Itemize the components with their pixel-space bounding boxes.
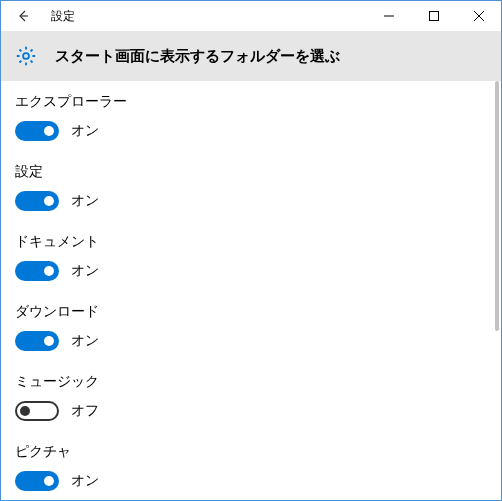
scrollbar-track[interactable] bbox=[485, 81, 501, 500]
toggle-settings[interactable] bbox=[15, 191, 59, 211]
maximize-button[interactable] bbox=[411, 1, 456, 31]
content-area: エクスプローラー オン 設定 オン ドキュメント オン bbox=[1, 81, 501, 500]
window-title: 設定 bbox=[51, 8, 75, 25]
setting-settings: 設定 オン bbox=[15, 163, 487, 211]
toggle-explorer[interactable] bbox=[15, 121, 59, 141]
minimize-icon bbox=[384, 11, 394, 21]
toggle-documents[interactable] bbox=[15, 261, 59, 281]
svg-point-5 bbox=[23, 53, 29, 59]
toggle-state-text: オン bbox=[71, 192, 99, 210]
window-controls bbox=[366, 1, 501, 31]
toggle-music[interactable] bbox=[15, 401, 59, 421]
setting-label: ドキュメント bbox=[15, 233, 487, 251]
toggle-state-text: オン bbox=[71, 262, 99, 280]
page-title: スタート画面に表示するフォルダーを選ぶ bbox=[55, 47, 340, 66]
setting-downloads: ダウンロード オン bbox=[15, 303, 487, 351]
arrow-left-icon bbox=[15, 8, 31, 24]
svg-rect-2 bbox=[429, 12, 438, 21]
toggle-state-text: オン bbox=[71, 332, 99, 350]
settings-list: エクスプローラー オン 設定 オン ドキュメント オン bbox=[1, 81, 501, 500]
setting-label: ミュージック bbox=[15, 373, 487, 391]
toggle-pictures[interactable] bbox=[15, 471, 59, 491]
close-button[interactable] bbox=[456, 1, 501, 31]
setting-label: ピクチャ bbox=[15, 443, 487, 461]
minimize-button[interactable] bbox=[366, 1, 411, 31]
maximize-icon bbox=[429, 11, 439, 21]
setting-label: 設定 bbox=[15, 163, 487, 181]
settings-window: 設定 bbox=[0, 0, 502, 501]
toggle-state-text: オン bbox=[71, 472, 99, 490]
setting-explorer: エクスプローラー オン bbox=[15, 93, 487, 141]
toggle-state-text: オン bbox=[71, 122, 99, 140]
back-button[interactable] bbox=[1, 1, 45, 31]
setting-pictures: ピクチャ オン bbox=[15, 443, 487, 491]
setting-music: ミュージック オフ bbox=[15, 373, 487, 421]
setting-label: ダウンロード bbox=[15, 303, 487, 321]
titlebar: 設定 bbox=[1, 1, 501, 31]
gear-icon bbox=[15, 45, 37, 67]
setting-label: エクスプローラー bbox=[15, 93, 487, 111]
close-icon bbox=[474, 11, 484, 21]
scrollbar-thumb[interactable] bbox=[495, 81, 499, 331]
toggle-downloads[interactable] bbox=[15, 331, 59, 351]
setting-documents: ドキュメント オン bbox=[15, 233, 487, 281]
page-header: スタート画面に表示するフォルダーを選ぶ bbox=[1, 31, 501, 81]
toggle-state-text: オフ bbox=[71, 402, 99, 420]
